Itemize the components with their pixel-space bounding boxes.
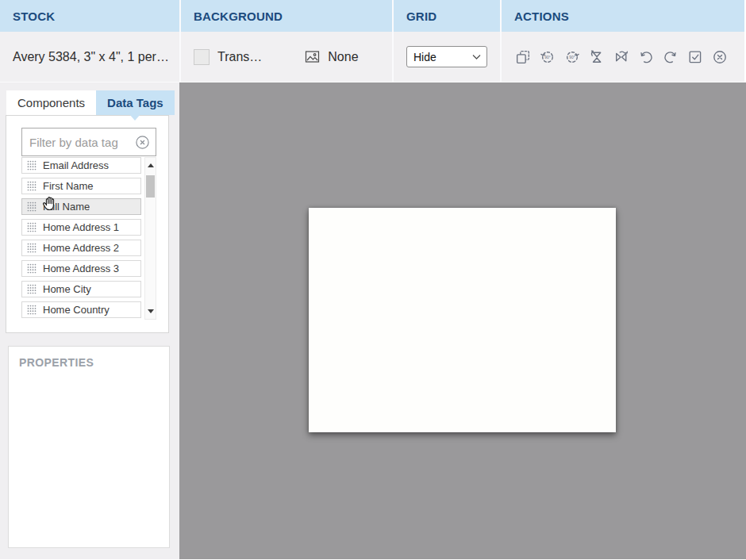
drag-handle-icon (27, 263, 37, 274)
flip-vertical-icon (588, 48, 606, 66)
tab-data-tags[interactable]: Data Tags (96, 90, 175, 115)
drag-handle-icon (27, 305, 37, 315)
data-tag-label: Home Address 1 (43, 221, 119, 233)
chevron-down-icon (472, 54, 481, 60)
data-tag-label: Home Country (43, 304, 110, 316)
drag-handle-icon (27, 160, 37, 171)
stock-section-header: STOCK (0, 0, 179, 32)
rotate-right-90-button[interactable]: 90° (563, 48, 581, 66)
data-tag-list-region: Email AddressFirst NameFull Name Home Ad… (21, 157, 156, 322)
select-all-button[interactable] (686, 48, 704, 66)
flip-vertical-button[interactable] (588, 48, 606, 66)
data-tags-panel: Email AddressFirst NameFull Name Home Ad… (6, 115, 169, 333)
grid-visibility-value: Hide (413, 51, 436, 63)
drag-handle-icon (27, 201, 37, 212)
scroll-up-icon[interactable] (148, 163, 154, 167)
data-tag-item[interactable]: Home Address 2 (21, 240, 141, 256)
background-section: BACKGROUND Trans… None (179, 0, 392, 82)
stock-section: STOCK Avery 5384, 3" x 4", 1 per… (0, 0, 179, 82)
data-tag-label: Email Address (43, 159, 109, 171)
data-tag-item[interactable]: Home Address 3 (21, 260, 141, 277)
actions-section: ACTIONS 90°90° (500, 0, 744, 82)
scrollbar-thumb[interactable] (146, 175, 155, 198)
duplicate-button[interactable] (514, 48, 532, 66)
grid-section: GRID Hide (392, 0, 500, 82)
left-sidebar: Components Data Tags Email AddressFirst … (0, 82, 179, 559)
data-tag-item[interactable]: Home Country (21, 301, 141, 318)
top-toolbar: STOCK Avery 5384, 3" x 4", 1 per… BACKGR… (0, 0, 746, 82)
data-tag-label: Home Address 3 (43, 263, 119, 274)
data-tag-item[interactable]: Home City (21, 281, 141, 297)
properties-panel: PROPERTIES (8, 346, 170, 548)
data-tag-item[interactable]: Full Name (21, 198, 141, 215)
background-section-header: BACKGROUND (181, 0, 392, 32)
stock-value[interactable]: Avery 5384, 3" x 4", 1 per… (13, 50, 169, 64)
hand-cursor-icon (40, 195, 58, 215)
duplicate-icon (514, 48, 532, 66)
scroll-down-icon[interactable] (148, 309, 154, 313)
data-tag-list: Email AddressFirst NameFull Name Home Ad… (21, 157, 141, 322)
transparency-swatch[interactable] (194, 49, 210, 65)
data-tag-filter (21, 128, 156, 156)
rotate-left-90-icon: 90° (539, 48, 556, 66)
flip-horizontal-button[interactable] (613, 48, 630, 66)
tab-components[interactable]: Components (6, 90, 96, 115)
undo-icon (637, 48, 655, 66)
label-card[interactable] (309, 208, 616, 432)
list-scrollbar[interactable] (144, 157, 156, 320)
redo-icon (662, 48, 679, 66)
filter-input[interactable] (22, 136, 135, 149)
drag-handle-icon (27, 181, 37, 191)
flip-horizontal-icon (613, 48, 630, 66)
actions-toolbar: 90°90° (514, 48, 729, 66)
svg-text:90°: 90° (544, 55, 550, 59)
undo-button[interactable] (637, 48, 655, 66)
grid-visibility-select[interactable]: Hide (406, 46, 487, 67)
delete-button[interactable] (711, 48, 729, 66)
data-tag-label: First Name (43, 180, 94, 192)
data-tag-item[interactable]: Email Address (21, 157, 141, 174)
actions-section-header: ACTIONS (502, 0, 744, 32)
data-tag-label: Home City (43, 283, 91, 295)
delete-icon (711, 48, 729, 66)
design-canvas[interactable] (179, 82, 746, 559)
svg-text:90°: 90° (569, 55, 575, 59)
background-image-label: None (328, 50, 358, 64)
sidebar-tabs: Components Data Tags (0, 82, 179, 115)
grid-section-header: GRID (394, 0, 500, 32)
rotate-right-90-icon: 90° (563, 48, 581, 66)
drag-handle-icon (27, 243, 37, 253)
data-tag-label: Home Address 2 (43, 242, 119, 254)
transparency-label: Trans… (217, 50, 262, 64)
data-tag-item[interactable]: Home Address 1 (21, 219, 141, 236)
properties-title: PROPERTIES (19, 356, 169, 369)
redo-button[interactable] (662, 48, 679, 66)
drag-handle-icon (27, 222, 37, 232)
clear-filter-icon[interactable] (135, 135, 150, 150)
rotate-left-90-button[interactable]: 90° (539, 48, 556, 66)
background-image-icon[interactable] (305, 50, 321, 64)
select-all-icon (686, 48, 704, 66)
drag-handle-icon (27, 284, 37, 294)
data-tag-item[interactable]: First Name (21, 178, 141, 194)
